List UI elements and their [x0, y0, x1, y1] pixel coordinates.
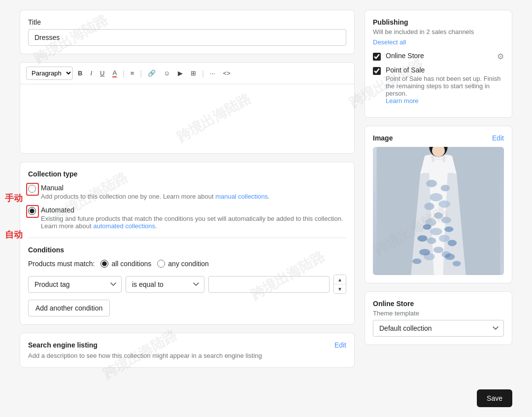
publishing-title: Publishing — [373, 18, 504, 26]
condition-row: Product tag Product type Product vendor … — [28, 275, 346, 294]
seo-title: Search engine listing — [28, 341, 98, 349]
condition-stepper[interactable]: ▲ ▼ — [333, 275, 346, 294]
image-header: Image Edit — [373, 134, 504, 142]
collection-type-title: Collection type — [28, 170, 346, 178]
publishing-subtitle: Will be included in 2 sales channels — [373, 28, 504, 35]
any-condition-option[interactable]: any condition — [157, 260, 209, 268]
link-button[interactable]: 🔗 — [145, 68, 159, 79]
image-edit-link[interactable]: Edit — [492, 134, 504, 142]
svg-point-19 — [419, 249, 430, 255]
code-button[interactable]: <> — [220, 68, 233, 79]
publishing-card: Publishing Will be included in 2 sales c… — [365, 10, 512, 118]
manual-collections-link[interactable]: manual collections — [215, 193, 268, 200]
online-store-channel: Online Store ⚙ — [373, 52, 504, 61]
description-card: Paragraph B I U A | ≡ | 🔗 ☺ ▶ ⊞ | ··· <> — [20, 62, 355, 154]
any-condition-radio[interactable] — [157, 260, 165, 268]
table-button[interactable]: ⊞ — [188, 68, 199, 79]
seo-edit-link[interactable]: Edit — [334, 341, 346, 349]
manual-label: 手动 — [5, 192, 23, 204]
italic-button[interactable]: I — [87, 68, 95, 79]
automated-collections-link[interactable]: automated collections — [93, 222, 155, 230]
underline-button[interactable]: U — [97, 68, 107, 79]
image-placeholder — [373, 147, 504, 275]
svg-point-16 — [444, 227, 454, 232]
dress-svg — [373, 147, 504, 275]
emoji-button[interactable]: ☺ — [161, 68, 173, 79]
title-label: Title — [28, 18, 346, 26]
stepper-down-button[interactable]: ▼ — [334, 284, 346, 293]
paragraph-select[interactable]: Paragraph — [26, 67, 73, 80]
seo-card: Search engine listing Edit Add a descrip… — [20, 333, 355, 368]
title-input[interactable] — [28, 29, 346, 46]
svg-point-21 — [412, 259, 422, 264]
add-condition-button[interactable]: Add another condition — [28, 300, 110, 316]
image-title: Image — [373, 134, 393, 142]
automated-label-text[interactable]: Automated — [41, 206, 74, 214]
pos-name[interactable]: Point of Sale — [386, 66, 425, 74]
automated-option: Automated Existing and future products t… — [28, 206, 346, 230]
auto-label: 自动 — [5, 229, 23, 241]
any-condition-label: any condition — [168, 260, 209, 268]
svg-point-17 — [417, 235, 427, 242]
pos-channel: Point of Sale Point of Sale has not been… — [373, 66, 504, 104]
condition-operator-select[interactable]: is equal to is not equal to contains doe… — [126, 276, 204, 293]
description-toolbar: Paragraph B I U A | ≡ | 🔗 ☺ ▶ ⊞ | ··· <> — [20, 63, 354, 84]
svg-point-22 — [453, 261, 461, 266]
conditions-title: Conditions — [28, 246, 346, 254]
condition-field-select[interactable]: Product tag Product type Product vendor … — [28, 276, 122, 293]
theme-label: Theme template — [373, 310, 504, 317]
online-store-title: Online Store — [373, 300, 504, 308]
manual-label-text[interactable]: Manual — [41, 184, 64, 192]
svg-point-18 — [448, 240, 457, 246]
online-store-name[interactable]: Online Store — [386, 52, 424, 60]
pos-note: Point of Sale has not been set up. Finis… — [386, 75, 504, 104]
manual-option: Manual Add products to this collection o… — [28, 184, 346, 200]
color-button[interactable]: A — [109, 67, 120, 79]
pos-learn-more-link[interactable]: Learn more — [386, 97, 418, 104]
condition-value-input[interactable] — [208, 276, 330, 293]
automated-radio[interactable] — [28, 207, 36, 215]
theme-select[interactable]: Default collection Alternate collection — [373, 320, 504, 337]
collection-type-card: Collection type Manual Add products to t… — [20, 162, 355, 325]
seo-header: Search engine listing Edit — [28, 341, 346, 349]
svg-point-15 — [423, 224, 431, 230]
all-conditions-option[interactable]: all conditions — [100, 260, 151, 268]
manual-description: Add products to this collection one by o… — [41, 193, 270, 200]
seo-description: Add a description to see how this collec… — [28, 352, 346, 359]
manual-radio[interactable] — [28, 185, 36, 193]
bold-button[interactable]: B — [75, 68, 85, 79]
online-store-checkbox[interactable] — [373, 53, 381, 61]
title-card: Title — [20, 10, 355, 54]
dress-image — [373, 147, 504, 275]
all-conditions-radio[interactable] — [100, 260, 108, 268]
stepper-up-button[interactable]: ▲ — [334, 275, 346, 284]
conditions-match-row: Products must match: all conditions any … — [28, 260, 346, 268]
all-conditions-label: all conditions — [111, 260, 151, 268]
match-label: Products must match: — [28, 260, 95, 268]
online-store-card: Online Store Theme template Default coll… — [365, 291, 512, 345]
align-button[interactable]: ≡ — [128, 68, 137, 79]
svg-point-20 — [445, 253, 455, 260]
automated-description: Existing and future products that match … — [41, 215, 346, 230]
conditions-section: Conditions Products must match: all cond… — [28, 238, 346, 316]
more-button[interactable]: ··· — [207, 68, 218, 79]
online-store-icon: ⚙ — [497, 52, 504, 61]
description-body[interactable] — [20, 84, 354, 153]
media-button[interactable]: ▶ — [175, 68, 186, 79]
image-card: Image Edit — [365, 126, 512, 283]
deselect-all-link[interactable]: Deselect all — [373, 38, 504, 46]
pos-checkbox[interactable] — [373, 67, 381, 75]
